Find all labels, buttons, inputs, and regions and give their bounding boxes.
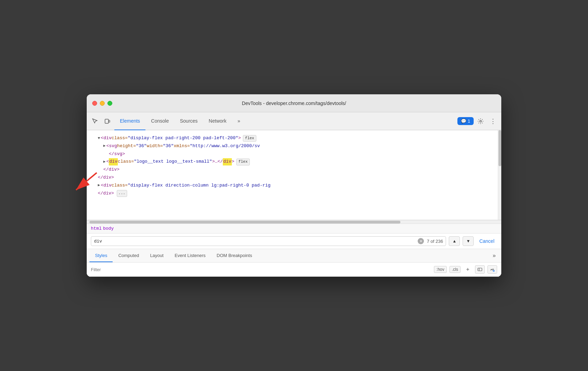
search-input[interactable]	[94, 239, 418, 244]
tab-dom-breakpoints[interactable]: DOM Breakpoints	[211, 249, 258, 262]
search-clear-button[interactable]: ✕	[418, 238, 424, 244]
horizontal-scrollbar[interactable]	[87, 220, 501, 223]
filter-bar: Filter :hov .cls +	[87, 263, 501, 277]
tab-sources[interactable]: Sources	[174, 112, 203, 130]
html-line[interactable]: </div> ...	[87, 190, 501, 198]
vertical-scrollbar[interactable]	[498, 130, 501, 220]
main-content: ▼ <div class="display-flex pad-right-200…	[87, 130, 501, 277]
search-cancel-button[interactable]: Cancel	[476, 237, 497, 245]
html-line[interactable]: ▶ <div class="display-flex direction-col…	[87, 182, 501, 190]
toggle-state-button[interactable]	[475, 265, 485, 274]
search-prev-button[interactable]: ▲	[449, 236, 460, 246]
html-line[interactable]: </div>	[87, 166, 501, 174]
close-button[interactable]	[92, 101, 97, 106]
tab-elements[interactable]: Elements	[114, 112, 145, 130]
filter-placeholder: Filter	[91, 267, 431, 272]
flex-badge[interactable]: flex	[243, 135, 256, 142]
main-tabs: Elements Console Sources Network »	[114, 112, 456, 130]
traffic-lights	[92, 101, 112, 106]
minimize-button[interactable]	[100, 101, 105, 106]
title-bar: DevTools - developer.chrome.com/tags/dev…	[87, 94, 501, 112]
toolbar-right: 💬 1 ⋮	[457, 116, 499, 127]
chat-icon: 💬	[461, 118, 466, 124]
new-style-rule-button[interactable]	[487, 265, 497, 274]
breadcrumb: html body	[87, 223, 501, 234]
more-tabs-icon[interactable]: »	[490, 249, 499, 262]
maximize-button[interactable]	[107, 101, 112, 106]
expand-icon[interactable]: ▶	[103, 143, 106, 149]
inspect-element-icon[interactable]	[89, 116, 101, 127]
expand-icon[interactable]: ▼	[98, 135, 100, 142]
search-result-count: 7 of 236	[427, 239, 443, 244]
bottom-tabs: Styles Computed Layout Event Listeners D…	[87, 249, 501, 263]
svg-rect-4	[478, 268, 482, 271]
html-line[interactable]: ▶ <svg height="36" width="36" xmlns="htt…	[87, 142, 501, 150]
cls-button[interactable]: .cls	[449, 266, 461, 273]
breadcrumb-body[interactable]: body	[103, 226, 114, 231]
h-scrollbar-thumb[interactable]	[89, 221, 400, 223]
html-line[interactable]: ▶ <div class="logo__text logo__text-smal…	[87, 158, 501, 166]
tab-computed[interactable]: Computed	[113, 249, 144, 262]
expand-icon[interactable]: ▶	[98, 182, 100, 189]
tab-network[interactable]: Network	[203, 112, 232, 130]
flex-badge[interactable]: flex	[236, 159, 249, 165]
tab-console[interactable]: Console	[145, 112, 174, 130]
hover-button[interactable]: :hov	[434, 266, 447, 273]
settings-icon[interactable]	[475, 116, 486, 127]
expand-icon[interactable]: ▶	[103, 159, 106, 165]
svg-point-2	[480, 120, 482, 122]
add-style-rule-button[interactable]: +	[463, 266, 472, 273]
notifications-button[interactable]: 💬 1	[457, 117, 474, 125]
svg-rect-0	[105, 119, 108, 123]
html-line[interactable]: ▼ <div class="display-flex pad-right-200…	[87, 134, 501, 142]
bottom-panel: Styles Computed Layout Event Listeners D…	[87, 249, 501, 277]
window-title: DevTools - developer.chrome.com/tags/dev…	[242, 101, 346, 106]
html-line[interactable]: </div>	[87, 174, 501, 182]
search-bar: ✕ 7 of 236 ▲ ▼ Cancel	[87, 234, 501, 249]
scrollbar-thumb[interactable]	[499, 130, 501, 166]
devtools-toolbar: Elements Console Sources Network » 💬 1 ⋮	[87, 112, 501, 130]
devtools-window: DevTools - developer.chrome.com/tags/dev…	[87, 94, 501, 277]
html-line[interactable]: </svg>	[87, 150, 501, 158]
breadcrumb-html[interactable]: html	[91, 226, 102, 231]
html-panel[interactable]: ▼ <div class="display-flex pad-right-200…	[87, 130, 501, 220]
tab-event-listeners[interactable]: Event Listeners	[169, 249, 211, 262]
svg-rect-1	[109, 120, 110, 122]
tab-more[interactable]: »	[232, 112, 246, 130]
tab-layout[interactable]: Layout	[144, 249, 169, 262]
search-input-wrapper: ✕ 7 of 236	[91, 236, 446, 246]
notification-count: 1	[468, 118, 470, 124]
more-options-icon[interactable]: ⋮	[487, 116, 499, 127]
search-next-button[interactable]: ▼	[463, 236, 474, 246]
device-toggle-icon[interactable]	[102, 116, 113, 127]
filter-actions: :hov .cls +	[434, 265, 497, 274]
tab-styles[interactable]: Styles	[89, 249, 113, 262]
